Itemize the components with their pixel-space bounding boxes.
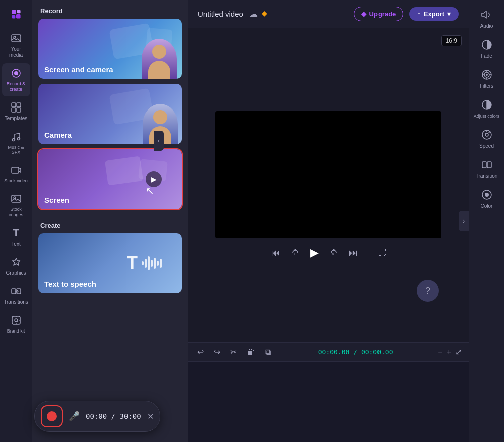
create-section-title: Create [32, 214, 188, 233]
card-screen[interactable]: ▶ ↖ Screen [38, 149, 182, 209]
zoom-out-button[interactable]: − [438, 347, 442, 357]
svg-rect-19 [12, 316, 20, 324]
card-screen-and-camera[interactable]: Screen and camera [38, 19, 182, 79]
svg-rect-1 [17, 10, 20, 13]
export-upload-icon: ↑ [417, 10, 421, 18]
redo-button[interactable]: ↪ [211, 346, 223, 358]
logo-item[interactable] [2, 4, 30, 24]
logo-icon [10, 8, 22, 20]
media-icon [10, 32, 22, 44]
audio-icon [480, 8, 493, 21]
skip-forward-button[interactable]: ⏭ [349, 248, 358, 258]
sidebar-item-text[interactable]: T Text [2, 223, 30, 251]
sidebar-item-stock-images[interactable]: Stock images [2, 189, 30, 222]
record-button[interactable] [41, 405, 63, 427]
rec-separator: / [111, 412, 120, 420]
tool-filters[interactable]: Filters [471, 64, 502, 93]
svg-rect-11 [17, 108, 21, 112]
export-chevron-icon: ▾ [447, 10, 451, 18]
svg-rect-17 [12, 289, 16, 294]
svg-rect-2 [12, 15, 15, 19]
filters-label: Filters [480, 83, 493, 89]
timeline-zoom: − + ⤢ [438, 347, 462, 357]
sidebar-item-stock-video[interactable]: Stock video [2, 160, 30, 188]
tool-speed[interactable]: Speed [471, 124, 502, 153]
fade-label: Fade [481, 53, 492, 59]
sidebar-item-templates[interactable]: Templates [2, 97, 30, 126]
text-icon: T [10, 227, 22, 239]
time-separator: / [353, 348, 361, 356]
adjust-colors-icon [480, 98, 493, 112]
undo-button[interactable]: ↩ [195, 346, 206, 358]
export-button[interactable]: ↑ Export ▾ [409, 7, 459, 21]
upgrade-button[interactable]: ◆ Upgrade [354, 7, 404, 21]
sidebar-item-record-create[interactable]: Record & create [2, 63, 30, 96]
svg-rect-3 [16, 14, 21, 19]
nav-label-templates: Templates [5, 116, 28, 122]
card-label-tts: Text to speech [44, 280, 96, 288]
skip-back-button[interactable]: ⏮ [271, 248, 280, 258]
svg-text:5: 5 [294, 252, 296, 255]
svg-rect-14 [12, 167, 19, 173]
stock-images-icon [10, 193, 22, 205]
right-panel-collapse-arrow[interactable]: › [459, 211, 469, 231]
nav-label-music: Music & SFX [4, 145, 28, 156]
sidebar-item-your-media[interactable]: Your media [2, 28, 30, 62]
tool-transition[interactable]: Transition [471, 154, 502, 183]
rewind-button[interactable]: 5 [290, 248, 300, 258]
preview-area: 16:9 ⏮ 5 ▶ 5 ⏭ ⛶ ? [188, 28, 469, 342]
svg-point-26 [486, 74, 488, 76]
record-section-title: Record [32, 0, 188, 19]
templates-icon [10, 101, 22, 114]
card-tts[interactable]: T Text to speech [38, 233, 182, 293]
timeline-toolbar: ↩ ↪ ✂ 🗑 ⧉ 00:00.00 / 00:00.00 − + ⤢ [188, 343, 469, 362]
svg-rect-15 [12, 195, 21, 202]
svg-rect-9 [17, 103, 21, 107]
rec-max-time: 30:00 [119, 412, 141, 420]
aspect-ratio-badge[interactable]: 16:9 [441, 35, 462, 46]
sidebar-item-brand-kit[interactable]: Brand kit [2, 310, 30, 338]
sidebar-item-graphics[interactable]: Graphics [2, 252, 30, 280]
audio-label: Audio [480, 23, 493, 29]
fullscreen-button[interactable]: ⛶ [378, 248, 386, 257]
recording-close-button[interactable]: ✕ [147, 412, 154, 421]
main-area: Untitled video ☁ ◆ ◆ Upgrade ↑ Export ▾ … [188, 0, 469, 442]
svg-point-12 [12, 138, 15, 141]
topbar-title: Untitled video [198, 10, 243, 18]
tool-fade[interactable]: Fade [471, 34, 502, 63]
nav-label-text: Text [11, 241, 20, 247]
svg-rect-37 [487, 162, 491, 168]
card-label-screen: Screen [44, 196, 69, 204]
svg-rect-0 [12, 10, 16, 14]
playback-controls: ⏮ 5 ▶ 5 ⏭ ⛶ [271, 246, 386, 259]
svg-line-35 [488, 131, 490, 133]
svg-point-20 [15, 319, 18, 322]
zoom-fit-button[interactable]: ⤢ [455, 347, 462, 357]
transition-icon [480, 158, 493, 171]
svg-point-7 [14, 71, 18, 75]
fade-icon [480, 38, 493, 51]
record-dot [47, 411, 57, 421]
sidebar-item-transitions[interactable]: Transitions [2, 281, 30, 309]
tool-color[interactable]: Color [471, 184, 502, 213]
upgrade-diamond-icon: ◆ [361, 10, 366, 18]
forward-button[interactable]: 5 [329, 248, 339, 258]
duplicate-button[interactable]: ⧉ [263, 346, 273, 358]
filters-icon [480, 68, 493, 81]
zoom-in-button[interactable]: + [447, 347, 451, 357]
help-bubble[interactable]: ? [417, 280, 439, 302]
svg-rect-8 [12, 103, 16, 107]
svg-text:5: 5 [332, 252, 334, 255]
speed-label: Speed [479, 143, 494, 149]
timeline-time: 00:00.00 / 00:00.00 [278, 348, 433, 356]
cut-button[interactable]: ✂ [228, 346, 239, 358]
topbar: Untitled video ☁ ◆ ◆ Upgrade ↑ Export ▾ [188, 0, 469, 28]
delete-button[interactable]: 🗑 [244, 346, 258, 358]
play-button[interactable]: ▶ [310, 246, 319, 259]
nav-label-graphics: Graphics [6, 270, 26, 276]
sidebar-item-music[interactable]: Music & SFX [2, 127, 30, 160]
color-icon [480, 188, 493, 201]
tool-audio[interactable]: Audio [471, 4, 502, 33]
nav-label-record: Record & create [4, 81, 28, 92]
tool-adjust-colors[interactable]: Adjust colors [471, 94, 502, 123]
